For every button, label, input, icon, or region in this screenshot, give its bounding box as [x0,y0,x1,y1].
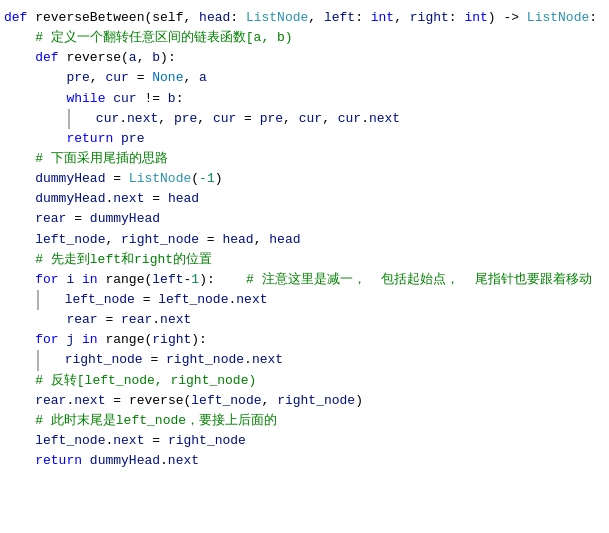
code-line: left_node = left_node.next [0,290,609,310]
code-line: return dummyHead.next [0,451,609,471]
code-line: rear = rear.next [0,310,609,330]
code-line: # 此时末尾是left_node，要接上后面的 [0,411,609,431]
code-line: # 下面采用尾插的思路 [0,149,609,169]
code-line: cur.next, pre, cur = pre, cur, cur.next [0,109,609,129]
code-line: for i in range(left-1): # 注意这里是减一， 包括起始点… [0,270,609,290]
code-line: # 定义一个翻转任意区间的链表函数[a, b) [0,28,609,48]
code-line: rear.next = reverse(left_node, right_nod… [0,391,609,411]
code-line: dummyHead = ListNode(-1) [0,169,609,189]
code-line: while cur != b: [0,89,609,109]
code-line: left_node.next = right_node [0,431,609,451]
code-line: return pre [0,129,609,149]
code-line: def reverseBetween(self, head: ListNode,… [0,8,609,28]
code-line: pre, cur = None, a [0,68,609,88]
code-line: for j in range(right): [0,330,609,350]
code-line: def reverse(a, b): [0,48,609,68]
code-editor: def reverseBetween(self, head: ListNode,… [0,0,609,533]
code-line: rear = dummyHead [0,209,609,229]
code-line: # 反转[left_node, right_node) [0,371,609,391]
code-line: # 先走到left和right的位置 [0,250,609,270]
code-line: right_node = right_node.next [0,350,609,370]
code-line: dummyHead.next = head [0,189,609,209]
code-line: left_node, right_node = head, head [0,230,609,250]
